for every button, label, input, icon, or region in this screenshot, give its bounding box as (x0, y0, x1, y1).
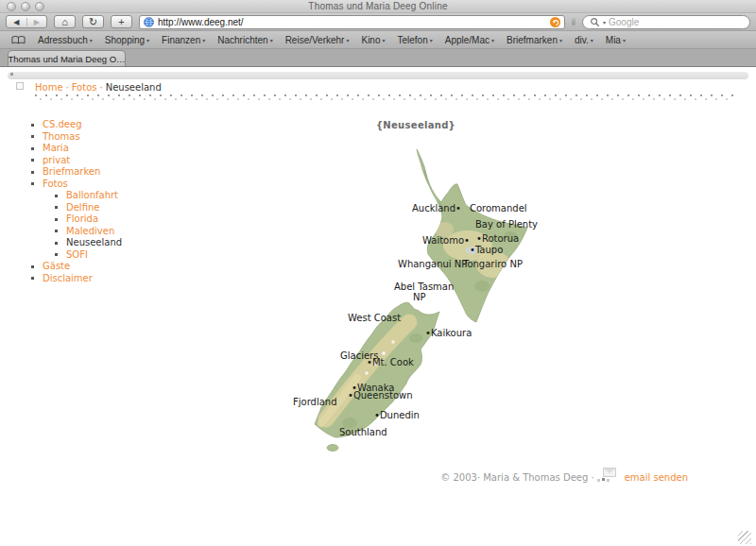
bookmark-folder-briefmarken[interactable]: Briefmarken▾ (507, 35, 562, 45)
zoom-button[interactable] (35, 2, 44, 11)
map-label-abel-tasman: Abel Tasman (394, 282, 454, 292)
sidebar-item-ballonfahrt[interactable]: Ballonfahrt (55, 190, 122, 202)
sidebar-item-neuseeland-current: Neuseeland (55, 237, 122, 249)
back-icon[interactable]: ◀ (7, 18, 26, 26)
search-scope-chevron-icon[interactable]: ▾ (603, 19, 606, 26)
map-label-bay-of-plenty: Bay of Plenty (475, 219, 538, 230)
sidebar-item-privat[interactable]: privat (31, 155, 122, 167)
plus-icon: + (118, 17, 124, 26)
sidebar-item-malediven[interactable]: Malediven (55, 226, 122, 238)
globe-favicon-icon (144, 17, 154, 27)
sidebar-item-briefmarken[interactable]: Briefmarken (31, 166, 122, 179)
reload-button[interactable]: ↻ (82, 15, 104, 28)
snapback-icon[interactable] (550, 17, 560, 27)
home-button[interactable]: ⌂ (54, 15, 76, 28)
tab-bar: Thomas und Maria Deeg O… (0, 49, 756, 67)
bookmark-folder-mia[interactable]: Mia▾ (606, 35, 626, 45)
url-text[interactable]: http://www.deeg.net/ (158, 17, 546, 27)
page-content: Home·Fotos·Neuseeland CS.deeg Thomas Mar… (0, 67, 756, 546)
breadcrumb-current: Neuseeland (106, 82, 162, 93)
chevron-down-icon: ▾ (559, 37, 562, 43)
email-senden-link[interactable]: email senden (625, 472, 688, 483)
search-icon (590, 17, 600, 27)
chevron-down-icon: ▾ (270, 37, 273, 43)
bookmark-folder-finanzen[interactable]: Finanzen▾ (162, 35, 205, 45)
map-label-tongariro-np: Tongariro NP (463, 259, 523, 269)
map-label-taupo: •Taupo (470, 245, 503, 255)
window-resize-grip[interactable] (738, 531, 751, 544)
bookmark-folder-apple-mac[interactable]: Apple/Mac▾ (445, 35, 494, 45)
window-controls (7, 2, 44, 11)
bookmark-folder-div[interactable]: div.▾ (575, 35, 593, 45)
sidebar-item-fotos[interactable]: Fotos Ballonfahrt Delfine Florida Maledi… (31, 179, 122, 262)
map-label-west-coast: West Coast (348, 313, 401, 323)
bookmark-folder-telefon[interactable]: Telefon▾ (398, 35, 433, 45)
google-search-field[interactable]: ▾ Google (582, 15, 750, 29)
breadcrumb-separator: · (63, 82, 72, 93)
chevron-down-icon: ▾ (430, 37, 433, 43)
map-label-whanganui-np: Whanganui NP (398, 259, 467, 269)
page-header-band (8, 72, 748, 79)
field-divider-handle[interactable] (572, 18, 576, 26)
tab-thomas-und-maria-deeg[interactable]: Thomas und Maria Deeg O… (8, 50, 126, 66)
map-label-queenstown: •Queenstown (348, 390, 413, 401)
copyright-text: © 2003· Maria & Thomas Deeg · (440, 472, 593, 483)
reload-icon: ↻ (89, 17, 97, 26)
chevron-down-icon: ▾ (346, 37, 349, 43)
add-bookmark-button[interactable]: + (111, 15, 132, 28)
breadcrumb: Home·Fotos·Neuseeland (35, 82, 162, 93)
map-label-rotorua: •Rotorua (476, 233, 519, 244)
map-label-waitomo: Waitomo• (422, 235, 470, 246)
page-footer: © 2003· Maria & Thomas Deeg · email send… (440, 470, 688, 484)
bookmark-folder-adressbuch[interactable]: Adressbuch▾ (38, 35, 93, 45)
bookmark-folder-reise-verkehr[interactable]: Reise/Verkehr▾ (285, 35, 350, 45)
map-label-coromandel: Coromandel (470, 203, 527, 213)
breadcrumb-separator: · (96, 82, 105, 93)
sidebar-item-thomas[interactable]: Thomas (31, 131, 122, 144)
bookmark-folder-kino[interactable]: Kino▾ (361, 35, 385, 45)
sidebar-subnav-fotos: Ballonfahrt Delfine Florida Malediven Ne… (55, 190, 122, 261)
breadcrumb-link-fotos[interactable]: Fotos (72, 82, 97, 93)
browser-window: Thomas und Maria Deeg Online ◀ ▶ ⌂ ↻ + h… (0, 0, 756, 546)
breadcrumb-placeholder-icon (16, 82, 24, 90)
header-band-dot (10, 73, 13, 76)
sidebar-item-disclaimer[interactable]: Disclaimer (31, 273, 122, 285)
bookmarks-book-icon[interactable] (11, 35, 26, 45)
close-button[interactable] (7, 2, 16, 11)
chevron-down-icon: ▾ (623, 37, 626, 43)
map-heading: {Neuseeland} (284, 120, 548, 130)
chevron-down-icon: ▾ (202, 37, 205, 43)
sidebar-item-sofi[interactable]: SOFI (55, 249, 122, 262)
map-label-kaikoura: •Kaikoura (425, 328, 472, 338)
email-envelope-icon (603, 468, 616, 477)
chevron-down-icon: ▾ (382, 37, 385, 43)
sidebar-item-delfine[interactable]: Delfine (55, 202, 122, 214)
sidebar-item-csdeeg[interactable]: CS.deeg (31, 119, 122, 131)
home-icon: ⌂ (61, 17, 68, 26)
sidebar-item-maria[interactable]: Maria (31, 143, 122, 155)
bookmark-folder-nachrichten[interactable]: Nachrichten▾ (217, 35, 272, 45)
sidebar-item-gaeste[interactable]: Gäste (31, 261, 122, 273)
map-label-fjordland: Fjordland (293, 397, 337, 407)
chevron-down-icon: ▾ (146, 37, 149, 43)
map-label-auckland: Auckland• (412, 203, 461, 213)
browser-toolbar: ◀ ▶ ⌂ ↻ + http://www.deeg.net/ (0, 13, 756, 31)
forward-icon[interactable]: ▶ (26, 18, 47, 26)
window-title: Thomas und Maria Deeg Online (308, 1, 447, 11)
breadcrumb-link-home[interactable]: Home (35, 82, 63, 93)
dotted-separator (35, 94, 735, 101)
map-label-mt-cook: •Mt. Cook (367, 357, 414, 367)
chevron-down-icon: ▾ (491, 37, 494, 43)
sidebar-item-florida[interactable]: Florida (55, 213, 122, 226)
sidebar-nav: CS.deeg Thomas Maria privat Briefmarken … (31, 119, 122, 284)
bookmarks-bar: Adressbuch▾ Shopping▾ Finanzen▾ Nachrich… (0, 31, 756, 49)
map-label-abel-tasman-np: NP (413, 292, 426, 302)
minimize-button[interactable] (21, 2, 30, 11)
address-bar[interactable]: http://www.deeg.net/ (139, 15, 565, 29)
title-bar[interactable]: Thomas und Maria Deeg Online (0, 0, 756, 13)
new-zealand-map: Auckland• Coromandel Bay of Plenty Waito… (284, 140, 548, 466)
map-label-dunedin: •Dunedin (374, 410, 420, 420)
bookmark-folder-shopping[interactable]: Shopping▾ (105, 35, 149, 45)
footer-square-decoration (597, 470, 622, 484)
search-placeholder: Google (609, 17, 639, 27)
